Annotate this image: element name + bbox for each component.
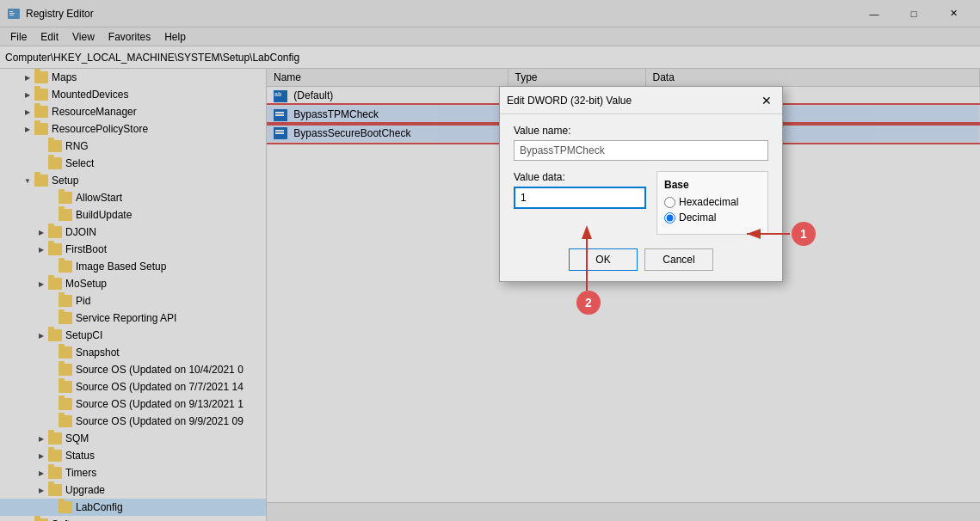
decimal-radio-row[interactable]: Decimal: [664, 211, 761, 224]
value-data-input[interactable]: [514, 187, 646, 209]
arrow-annotations: [0, 0, 980, 521]
dialog-title-bar: Edit DWORD (32-bit) Value ✕: [500, 87, 782, 114]
dialog-overlay: Edit DWORD (32-bit) Value ✕ Value name: …: [0, 0, 980, 521]
ok-button[interactable]: OK: [569, 248, 638, 271]
decimal-label: Decimal: [679, 211, 716, 224]
value-data-label: Value data:: [514, 171, 646, 183]
dialog-close-button[interactable]: ✕: [758, 92, 775, 109]
value-data-section: Value data:: [514, 171, 646, 235]
annotation-badge-1: 1: [792, 222, 816, 246]
value-name-label: Value name:: [514, 125, 768, 137]
dialog-title: Edit DWORD (32-bit) Value: [507, 95, 632, 107]
hexadecimal-radio-row[interactable]: Hexadecimal: [664, 196, 761, 208]
dialog-buttons: OK Cancel: [514, 248, 768, 271]
edit-dword-dialog: Edit DWORD (32-bit) Value ✕ Value name: …: [499, 86, 783, 282]
base-section: Base Hexadecimal Decimal: [656, 171, 768, 235]
base-label: Base: [664, 179, 761, 191]
hexadecimal-label: Hexadecimal: [679, 196, 738, 208]
dialog-row: Value data: Base Hexadecimal Decimal: [514, 171, 768, 235]
value-name-display: BypassTPMCheck: [514, 140, 768, 161]
hexadecimal-radio[interactable]: [664, 197, 675, 208]
dialog-body: Value name: BypassTPMCheck Value data: B…: [500, 114, 782, 281]
cancel-button[interactable]: Cancel: [644, 248, 713, 271]
annotation-badge-2: 2: [576, 291, 601, 315]
decimal-radio[interactable]: [664, 212, 675, 224]
